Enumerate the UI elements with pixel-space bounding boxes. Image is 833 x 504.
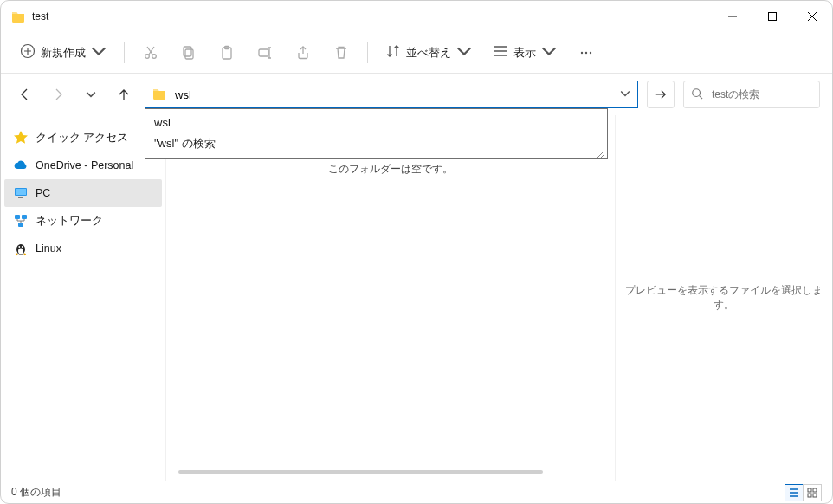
preview-pane: プレビューを表示するファイルを選択します。 bbox=[616, 115, 832, 481]
svg-point-9 bbox=[581, 51, 583, 53]
svg-rect-0 bbox=[769, 13, 777, 21]
navitem-quick-access[interactable]: クイック アクセス bbox=[4, 124, 162, 152]
item-count: 0 個の項目 bbox=[11, 485, 61, 500]
navitem-linux[interactable]: Linux bbox=[4, 235, 162, 262]
back-button[interactable] bbox=[13, 82, 37, 107]
linux-icon bbox=[13, 241, 29, 256]
navitem-label: Linux bbox=[36, 242, 61, 255]
body: クイック アクセス OneDrive - Personal PC ネットワーク … bbox=[1, 115, 832, 481]
svg-point-10 bbox=[585, 51, 587, 53]
cloud-icon bbox=[13, 158, 29, 173]
view-label: 表示 bbox=[513, 45, 536, 61]
minimize-button[interactable] bbox=[713, 1, 752, 32]
chevron-down-icon bbox=[456, 43, 472, 61]
svg-rect-23 bbox=[808, 488, 811, 492]
sort-icon bbox=[385, 43, 401, 61]
scrollbar-thumb[interactable] bbox=[178, 470, 543, 474]
svg-rect-25 bbox=[808, 494, 811, 497]
resize-grip-icon[interactable] bbox=[595, 148, 605, 158]
maximize-button[interactable] bbox=[752, 1, 792, 32]
delete-button[interactable] bbox=[324, 37, 358, 68]
search-icon bbox=[691, 87, 703, 102]
separator bbox=[367, 42, 368, 63]
folder-icon bbox=[11, 10, 25, 23]
rename-button[interactable] bbox=[248, 37, 282, 68]
cut-button[interactable] bbox=[133, 37, 168, 68]
plus-icon bbox=[20, 43, 36, 61]
navitem-label: OneDrive - Personal bbox=[36, 159, 133, 171]
empty-folder-text: このフォルダーは空です。 bbox=[328, 162, 453, 177]
paste-button[interactable] bbox=[210, 37, 244, 68]
share-button[interactable] bbox=[286, 37, 320, 68]
content-pane: このフォルダーは空です。 bbox=[165, 115, 616, 481]
thumbnails-view-button[interactable] bbox=[803, 484, 822, 501]
sort-label: 並べ替え bbox=[406, 45, 451, 61]
navitem-pc[interactable]: PC bbox=[4, 179, 162, 207]
chevron-down-icon bbox=[541, 43, 557, 61]
preview-placeholder: プレビューを表示するファイルを選択します。 bbox=[624, 283, 823, 313]
navitem-onedrive[interactable]: OneDrive - Personal bbox=[4, 152, 162, 179]
navigation-row: wsl "wsl" の検索 bbox=[1, 74, 832, 115]
navitem-label: ネットワーク bbox=[36, 214, 103, 229]
new-label: 新規作成 bbox=[41, 45, 86, 61]
folder-icon bbox=[152, 87, 166, 103]
svg-rect-26 bbox=[813, 494, 817, 497]
navigation-pane: クイック アクセス OneDrive - Personal PC ネットワーク … bbox=[1, 115, 165, 481]
chevron-down-icon bbox=[91, 43, 107, 61]
svg-rect-16 bbox=[15, 215, 20, 219]
explorer-window: test 新規作成 並べ替え 表示 bbox=[0, 0, 833, 504]
star-icon bbox=[13, 130, 29, 145]
svg-rect-24 bbox=[813, 488, 817, 492]
window-title: test bbox=[32, 10, 48, 23]
recent-button[interactable] bbox=[79, 82, 103, 107]
sort-button[interactable]: 並べ替え bbox=[377, 37, 481, 68]
copy-button[interactable] bbox=[171, 37, 206, 68]
pc-icon bbox=[13, 185, 29, 201]
searchbox[interactable] bbox=[683, 81, 820, 108]
svg-point-21 bbox=[18, 246, 20, 248]
svg-point-11 bbox=[590, 51, 591, 53]
svg-rect-15 bbox=[18, 197, 23, 198]
view-icon bbox=[493, 43, 508, 61]
search-input[interactable] bbox=[710, 87, 812, 101]
navitem-label: PC bbox=[36, 187, 50, 199]
forward-button[interactable] bbox=[46, 82, 70, 107]
address-input[interactable] bbox=[173, 87, 613, 102]
svg-rect-8 bbox=[259, 49, 268, 56]
network-icon bbox=[13, 213, 29, 229]
command-bar: 新規作成 並べ替え 表示 bbox=[1, 32, 832, 74]
statusbar: 0 個の項目 bbox=[1, 481, 832, 503]
more-button[interactable] bbox=[569, 37, 604, 68]
svg-point-12 bbox=[693, 88, 701, 96]
suggestion-item[interactable]: wsl bbox=[145, 113, 607, 132]
file-list-area[interactable]: このフォルダーは空です。 bbox=[177, 119, 604, 467]
up-button[interactable] bbox=[112, 82, 136, 107]
address-suggestions: wsl "wsl" の検索 bbox=[145, 108, 608, 159]
svg-point-22 bbox=[22, 246, 23, 248]
suggestion-item[interactable]: "wsl" の検索 bbox=[145, 132, 607, 155]
addressbar[interactable] bbox=[145, 81, 638, 108]
svg-rect-17 bbox=[22, 215, 27, 219]
navitem-label: クイック アクセス bbox=[36, 131, 128, 145]
svg-rect-18 bbox=[18, 223, 23, 227]
titlebar: test bbox=[1, 1, 832, 32]
addressbar-container: wsl "wsl" の検索 bbox=[145, 81, 638, 108]
go-button[interactable] bbox=[647, 81, 675, 108]
view-button[interactable]: 表示 bbox=[484, 37, 565, 68]
separator bbox=[124, 42, 125, 63]
navitem-network[interactable]: ネットワーク bbox=[4, 207, 162, 235]
svg-point-20 bbox=[18, 249, 23, 255]
chevron-down-icon[interactable] bbox=[620, 88, 630, 101]
svg-rect-14 bbox=[16, 189, 26, 195]
close-button[interactable] bbox=[792, 1, 832, 32]
details-view-button[interactable] bbox=[785, 484, 804, 501]
new-button[interactable]: 新規作成 bbox=[11, 37, 115, 68]
horizontal-scrollbar[interactable] bbox=[178, 467, 603, 477]
